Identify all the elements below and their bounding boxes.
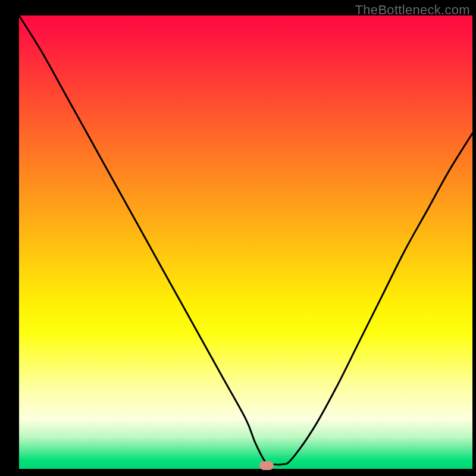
bottleneck-curve: [19, 15, 472, 469]
optimum-marker: [259, 461, 274, 470]
chart-frame: TheBottleneck.com: [0, 0, 476, 476]
curve-path: [19, 15, 472, 465]
watermark-text: TheBottleneck.com: [355, 2, 470, 18]
